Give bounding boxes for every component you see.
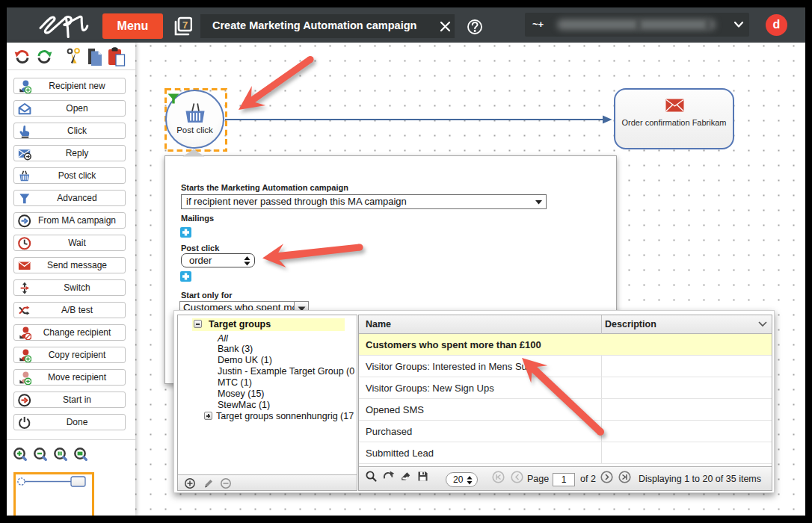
- svg-text:7: 7: [182, 19, 188, 31]
